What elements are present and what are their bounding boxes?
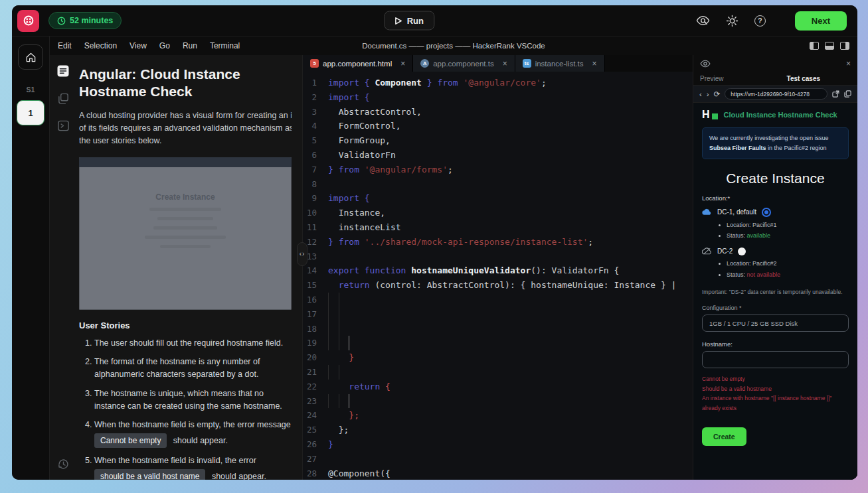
question-rail: S1 1	[12, 36, 50, 480]
run-button[interactable]: Run	[385, 11, 434, 31]
code-line: 19	[303, 336, 693, 350]
close-tab-icon[interactable]: ×	[400, 59, 405, 68]
tab-app.component.ts[interactable]: Aapp.component.ts×	[413, 55, 515, 72]
code-area[interactable]: 1import { Component } from '@angular/cor…	[303, 72, 693, 480]
tab-preview[interactable]: Preview	[700, 75, 724, 82]
tab-app.component.html[interactable]: 5app.component.html×	[303, 55, 413, 72]
user-stories-list: The user should fill out the required ho…	[83, 337, 292, 480]
code-line: 26}	[303, 437, 693, 452]
hackerrank-logo[interactable]	[17, 10, 39, 32]
code-text	[328, 365, 349, 380]
line-number: 24	[303, 408, 328, 423]
story-item: The user should fill out the required ho…	[94, 337, 292, 350]
indent-guide	[328, 307, 339, 322]
create-button[interactable]: Create	[702, 427, 746, 446]
open-external-icon[interactable]	[832, 90, 839, 98]
code-chip: Cannot be empty	[94, 433, 167, 448]
next-button[interactable]: Next	[795, 11, 847, 31]
menu-view[interactable]: View	[130, 41, 147, 50]
html5-icon: 5	[310, 59, 319, 68]
code-text: } from '../shared/mock-api-response/inst…	[328, 235, 593, 249]
problem-statement-icon[interactable]	[56, 64, 70, 78]
code-text: } from '@angular/forms';	[328, 163, 453, 177]
preview-panel: × Preview Test cases ‹ › ⟳ https://vm-1d…	[693, 55, 857, 480]
terminal-icon[interactable]	[57, 119, 70, 132]
code-line: 14export function hostnameUniqueValidato…	[303, 263, 693, 278]
menu-go[interactable]: Go	[159, 41, 170, 50]
user-stories-heading: User Stories	[79, 320, 292, 330]
problem-screenshot: Create Instance	[79, 157, 292, 310]
code-text: import {	[328, 90, 370, 105]
close-tab-icon[interactable]: ×	[592, 59, 597, 68]
editor-tabbar: 5app.component.html×Aapp.component.ts×ts…	[303, 55, 693, 72]
screenshot-skeleton-line	[153, 226, 217, 230]
hostname-label: Hostname:	[702, 340, 849, 348]
code-line: 21	[303, 365, 693, 380]
play-icon	[395, 17, 402, 25]
indent-guide	[339, 394, 349, 409]
dc2-radio[interactable]	[738, 247, 746, 255]
browser-reload-icon[interactable]: ⟳	[714, 90, 721, 99]
line-number: 11	[303, 220, 328, 235]
home-button[interactable]	[18, 44, 43, 70]
tab-test-cases[interactable]: Test cases	[787, 75, 820, 82]
menu-run[interactable]: Run	[183, 41, 197, 50]
preview-eye-icon[interactable]	[696, 15, 710, 26]
toggle-panel-icon[interactable]	[825, 42, 834, 50]
code-line: 11 instanceList	[303, 220, 693, 235]
dc1-radio[interactable]	[762, 208, 771, 217]
code-text: }	[328, 437, 333, 452]
browser-toolbar: ‹ › ⟳ https://vm-1d292690-9f10-4278	[693, 86, 857, 103]
help-icon[interactable]: ?	[754, 15, 766, 27]
configuration-input[interactable]: 1GB / 1 CPU / 25 GB SSD Disk	[702, 315, 849, 332]
intro-text-line: of its fields requires an advanced valid…	[79, 122, 292, 135]
theme-brightness-icon[interactable]	[726, 15, 738, 27]
toggle-sidebar-icon[interactable]	[810, 42, 819, 50]
files-copy-icon[interactable]	[57, 92, 70, 105]
error-message: Should be a valid hostname	[702, 384, 849, 393]
vscode-menubar: EditSelectionViewGoRunTerminal Document.…	[50, 36, 857, 55]
browser-forward-icon[interactable]: ›	[707, 90, 709, 98]
code-line: 5 FormGroup,	[303, 133, 693, 148]
dc1-details: Location: Pacific#1 Status: available	[720, 220, 849, 242]
menu-selection[interactable]: Selection	[84, 41, 117, 50]
line-number: 22	[303, 380, 328, 394]
menu-edit[interactable]: Edit	[58, 41, 72, 50]
line-number: 25	[303, 423, 328, 437]
menu-terminal[interactable]: Terminal	[210, 41, 240, 50]
code-text: return (control: AbstractControl): { hos…	[328, 278, 676, 293]
browser-back-icon[interactable]: ‹	[699, 90, 702, 98]
tab-instance-list.ts[interactable]: tsinstance-list.ts×	[515, 55, 605, 72]
history-icon[interactable]	[57, 458, 70, 470]
angular-icon: A	[420, 59, 429, 68]
preview-eye-small-icon[interactable]	[700, 60, 711, 68]
hostname-input[interactable]	[702, 351, 849, 368]
close-panel-icon[interactable]: ×	[846, 59, 851, 68]
indent-guide	[339, 307, 349, 322]
code-text: Instance,	[328, 206, 385, 220]
close-tab-icon[interactable]: ×	[503, 59, 507, 68]
url-bar[interactable]: https://vm-1d292690-9f10-4278	[725, 88, 827, 100]
line-number: 14	[303, 263, 328, 278]
panel-resize-handle[interactable]: ‹›	[297, 242, 307, 266]
line-number: 9	[303, 191, 328, 206]
code-line: 6 ValidatorFn	[303, 148, 693, 163]
indent-guide	[339, 336, 349, 350]
toggle-secondary-sidebar-icon[interactable]	[840, 42, 849, 50]
code-text: };	[328, 408, 359, 423]
logo-icon	[21, 13, 36, 28]
tab-label: app.component.ts	[433, 60, 493, 68]
line-number: 28	[303, 466, 328, 480]
configuration-value: 1GB / 1 CPU / 25 GB SSD Disk	[709, 320, 798, 327]
typescript-icon: ts	[523, 59, 531, 68]
code-text: @Component({	[328, 466, 391, 480]
code-text: };	[328, 423, 349, 437]
question-1-button[interactable]: 1	[17, 100, 44, 125]
line-number: 26	[303, 437, 328, 452]
top-toolbar: 52 minutes Run ? Next	[12, 5, 857, 36]
error-message: An instance with hostname "[[ instance h…	[702, 393, 849, 413]
code-line: 7} from '@angular/forms';	[303, 163, 693, 177]
copy-pages-icon[interactable]	[844, 90, 851, 98]
code-text: import {	[328, 191, 370, 206]
code-line: 24 };	[303, 408, 693, 423]
